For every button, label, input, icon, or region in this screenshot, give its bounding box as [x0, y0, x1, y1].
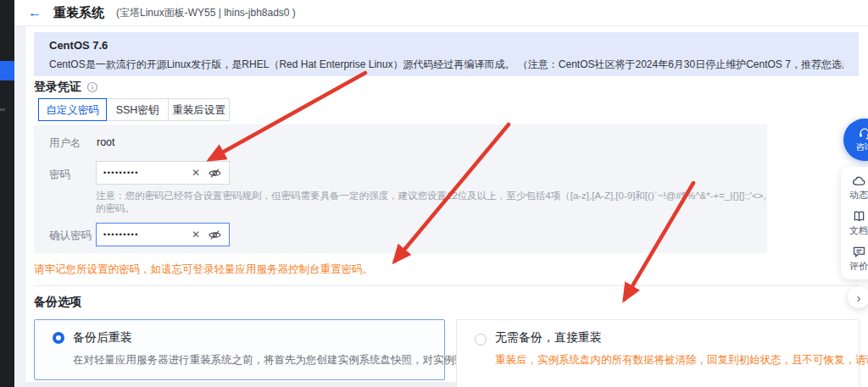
page-bottom-strip	[25, 382, 456, 387]
password-rule-note-line1: 注意：您的密码已经符合设置密码规则，但密码需要具备一定的强度，建议您设置12位及…	[96, 190, 767, 202]
toolbar-item-label: 动态	[849, 189, 868, 202]
os-name: CentOS 7.6	[49, 39, 843, 52]
toolbar-item-label: 评价	[849, 260, 868, 273]
toolbar-expand-button[interactable]: ›	[848, 286, 868, 308]
reinstall-system-page: ← 重装系统 (宝塔Linux面板-WY55 | lhins-jbh8ads0 …	[0, 0, 868, 387]
username-value: root	[97, 136, 115, 148]
password-input[interactable]: ••••••••• ✕	[96, 161, 230, 185]
page-gutter	[14, 26, 25, 387]
password-rule-note-line2: 的密码。	[96, 202, 767, 215]
sidebar-divider	[0, 108, 5, 111]
eye-off-icon[interactable]	[208, 228, 222, 242]
backup-option-warning: 重装后，实例系统盘内的所有数据将被清除，回复到初始状态，且不可恢复，请谨慎操作	[495, 353, 868, 368]
chevron-right-icon: ›	[857, 290, 861, 305]
left-sidebar	[0, 0, 14, 387]
headset-icon	[858, 126, 868, 140]
credential-tabs: 自定义密码 SSH密钥 重装后设置	[38, 98, 230, 121]
os-description: CentOS是一款流行的开源Linux发行版，是RHEL（Red Hat Ent…	[49, 58, 843, 72]
password-reset-hint: 请牢记您所设置的密码，如遗忘可登录轻量应用服务器控制台重置密码。	[34, 263, 373, 277]
confirm-password-input[interactable]: ••••••••• ✕	[96, 223, 230, 246]
backup-option-title: 无需备份，直接重装	[495, 330, 602, 346]
confirm-password-label: 确认密码	[49, 229, 92, 243]
username-label: 用户名	[49, 136, 81, 151]
os-notice-box: CentOS 7.6 CentOS是一款流行的开源Linux发行版，是RHEL（…	[34, 32, 859, 76]
section-divider	[34, 285, 859, 286]
toolbar-item-news[interactable]: 动态	[841, 172, 868, 204]
backup-title-text: 备份选项	[34, 295, 81, 310]
consult-label: 咨询	[856, 141, 868, 153]
backup-option-direct-reinstall[interactable]: 无需备份，直接重装 重装后，实例系统盘内的所有数据将被清除，回复到初始状态，且不…	[456, 319, 860, 387]
tab-set-after-reinstall[interactable]: 重装后设置	[168, 98, 230, 121]
password-label: 密码	[49, 168, 70, 182]
backup-section-title: 备份选项	[34, 295, 81, 310]
instance-subtitle: (宝塔Linux面板-WY55 | lhins-jbh8ads0 )	[116, 6, 296, 20]
toolbar-item-label: 文档	[849, 224, 868, 237]
page-header: ← 重装系统 (宝塔Linux面板-WY55 | lhins-jbh8ads0 …	[14, 0, 868, 26]
password-masked-value: •••••••••	[103, 169, 192, 177]
consult-button[interactable]: 咨询	[843, 119, 868, 161]
confirm-password-masked-value: •••••••••	[103, 231, 192, 239]
back-icon[interactable]: ←	[28, 6, 42, 19]
tab-ssh-key[interactable]: SSH密钥	[106, 98, 169, 121]
credentials-title-text: 登录凭证	[34, 80, 81, 95]
book-icon	[852, 210, 866, 223]
cloud-icon	[852, 174, 866, 187]
radio-selected-icon[interactable]	[53, 332, 64, 344]
credentials-section-title: 登录凭证	[34, 80, 98, 95]
clear-confirm-password-icon[interactable]: ✕	[192, 229, 200, 240]
backup-option-title: 备份后重装	[73, 330, 132, 346]
backup-option-reinstall-after-backup[interactable]: 备份后重装 在对轻量应用服务器进行重装系统之前，将首先为您创建实例系统盘快照，对…	[34, 319, 445, 380]
password-rule-note: 注意：您的密码已经符合设置密码规则，但密码需要具备一定的强度，建议您设置12位及…	[96, 190, 767, 215]
info-icon[interactable]	[86, 81, 98, 93]
clear-password-icon[interactable]: ✕	[192, 167, 200, 179]
sidebar-active-item[interactable]	[0, 61, 14, 80]
floating-toolbar: 动态 文档 评价	[841, 167, 868, 279]
eye-off-icon[interactable]	[208, 166, 222, 180]
page-title: 重装系统	[53, 5, 104, 21]
radio-unselected-icon[interactable]	[475, 334, 487, 346]
password-form-panel: 用户名 root 密码 ••••••••• ✕ 注意：您的密码已经符合设置密码规…	[34, 124, 767, 253]
comment-icon	[852, 246, 866, 258]
tab-custom-password[interactable]: 自定义密码	[38, 98, 107, 121]
toolbar-item-docs[interactable]: 文档	[841, 207, 868, 240]
toolbar-item-feedback[interactable]: 评价	[841, 243, 868, 275]
